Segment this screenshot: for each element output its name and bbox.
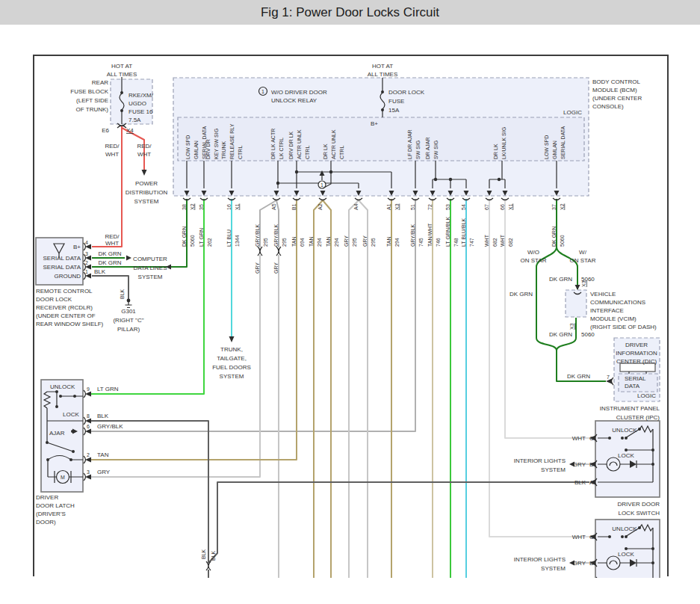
svg-text:LT BLU/BLK: LT BLU/BLK <box>461 218 466 247</box>
svg-text:W/: W/ <box>579 249 587 256</box>
pin-number: 7 <box>607 375 610 380</box>
svg-text:CTRL: CTRL <box>305 146 310 159</box>
svg-text:TRUNK: TRUNK <box>221 141 226 159</box>
svg-text:TAILGATE,: TAILGATE, <box>217 355 247 362</box>
svg-text:(UNDER CENTER: (UNDER CENTER <box>592 95 642 102</box>
pin-number: 9 <box>87 386 90 392</box>
g301-ground-icon <box>126 299 132 308</box>
svg-text:745: 745 <box>418 238 424 247</box>
svg-text:51: 51 <box>410 204 415 210</box>
svg-text:GRY/BLK: GRY/BLK <box>273 224 279 247</box>
svg-text:BLK: BLK <box>120 289 125 299</box>
wire-label: DK GRN <box>549 276 572 283</box>
wire-label: DK GRN <box>549 331 572 338</box>
pin-number: 6 <box>87 424 90 429</box>
svg-text:38: 38 <box>182 204 187 210</box>
svg-text:FUSE 16: FUSE 16 <box>128 108 153 115</box>
wire-label: GRY <box>97 469 111 475</box>
svg-text:DRV DR: DRV DR <box>205 139 211 159</box>
svg-text:REAR WINDOW SHELF): REAR WINDOW SHELF) <box>36 321 104 327</box>
computer-arrow-right <box>126 256 131 261</box>
svg-text:LT GRN/BLK: LT GRN/BLK <box>445 216 450 247</box>
system-ref: SYSTEM <box>138 274 163 280</box>
pin-letter: B <box>589 560 593 567</box>
svg-text:DRV DR LK: DRV DR LK <box>288 131 294 159</box>
svg-text:DK GRN: DK GRN <box>551 226 557 247</box>
wire-label: GRY <box>573 560 586 567</box>
svg-text:SYSTEM: SYSTEM <box>220 373 244 380</box>
svg-text:5060: 5060 <box>190 235 195 247</box>
pin-letter: C <box>589 435 594 442</box>
pds-arrow <box>142 170 147 176</box>
svg-text:BLK: BLK <box>211 550 216 561</box>
svg-text:(UNDER CENTER OF: (UNDER CENTER OF <box>36 312 96 319</box>
wire-label: BLK <box>94 268 106 275</box>
svg-text:1344: 1344 <box>235 235 240 247</box>
pin-number: 4 <box>85 240 88 245</box>
svg-text:TAN/WHT: TAN/WHT <box>427 223 433 247</box>
svg-text:W/O: W/O <box>527 249 539 256</box>
svg-text:1: 1 <box>320 182 323 188</box>
pin-letter: A <box>589 479 594 486</box>
svg-text:DOOR LOCK: DOOR LOCK <box>388 89 425 96</box>
wire-label: DK GRN <box>98 250 121 257</box>
connector-label: X3 <box>569 323 574 330</box>
svg-text:ACTR UNLK: ACTR UNLK <box>297 129 302 159</box>
pin-number: 8 <box>87 413 90 419</box>
ground-ref: G301 <box>121 308 136 315</box>
svg-text:SW SIG: SW SIG <box>433 141 439 159</box>
system-ref: DISTRIBUTION <box>126 189 168 196</box>
svg-text:294: 294 <box>317 238 322 247</box>
bcm-note: W/O DRIVER DOOR <box>271 89 327 96</box>
svg-text:CONSOLE): CONSOLE) <box>592 103 624 110</box>
wire-label: BLK <box>574 479 586 486</box>
svg-text:1: 1 <box>261 89 264 94</box>
svg-text:748: 748 <box>453 238 459 247</box>
wire-label: BLK <box>574 578 586 585</box>
svg-text:CTRL: CTRL <box>238 146 243 159</box>
svg-text:294: 294 <box>394 238 400 247</box>
svg-text:A1: A1 <box>386 203 391 210</box>
svg-text:AJAR: AJAR <box>49 430 65 437</box>
wire-label: WHT <box>572 435 586 442</box>
wire-label: RED/ <box>105 233 120 240</box>
svg-text:ON STAR: ON STAR <box>521 257 547 264</box>
svg-text:LOW SPD: LOW SPD <box>185 135 191 159</box>
wire-label: WHT <box>105 151 119 158</box>
wire-label: WHT <box>137 151 151 158</box>
system-ref: DATA LINES <box>133 265 167 271</box>
svg-text:295: 295 <box>282 238 287 247</box>
hot-label: ALL TIMES <box>107 71 137 78</box>
svg-text:A4: A4 <box>353 203 359 210</box>
hot-label: HOT AT <box>372 63 393 70</box>
svg-text:66: 66 <box>500 204 505 210</box>
svg-text:5060: 5060 <box>560 235 565 247</box>
wire-label: GRY <box>573 461 586 468</box>
svg-text:KEY SW SIG: KEY SW SIG <box>214 129 219 159</box>
svg-text:LT BLU: LT BLU <box>226 229 232 247</box>
svg-text:PILLAR): PILLAR) <box>117 326 140 333</box>
svg-text:SYSTEM: SYSTEM <box>541 466 566 473</box>
svg-text:DOOR): DOOR) <box>36 519 56 526</box>
svg-text:A5: A5 <box>271 203 276 210</box>
pin-number: 2 <box>85 260 88 265</box>
svg-text:682: 682 <box>492 238 498 247</box>
svg-text:TAN: TAN <box>309 237 314 247</box>
svg-text:RECEIVER (RCDLR): RECEIVER (RCDLR) <box>36 304 93 311</box>
svg-text:UGDO: UGDO <box>128 100 146 107</box>
svg-text:DK GRN: DK GRN <box>182 226 187 247</box>
svg-text:7.5A: 7.5A <box>128 117 141 123</box>
svg-text:RKE/XM/: RKE/XM/ <box>128 92 154 99</box>
svg-text:295: 295 <box>263 238 268 247</box>
svg-text:LOCK SWITCH: LOCK SWITCH <box>618 510 660 517</box>
svg-text:15A: 15A <box>388 107 400 114</box>
svg-text:(RIGHT "C": (RIGHT "C" <box>113 317 143 324</box>
wire-label: DK GRN <box>509 291 533 298</box>
svg-text:TAN: TAN <box>386 237 391 247</box>
svg-text:TAN: TAN <box>291 237 297 247</box>
svg-text:ON STAR: ON STAR <box>570 257 596 264</box>
pin-number: 1 <box>85 269 88 274</box>
svg-text:682: 682 <box>508 238 513 247</box>
logic-label: LOGIC <box>637 392 656 399</box>
svg-text:16: 16 <box>226 204 232 210</box>
